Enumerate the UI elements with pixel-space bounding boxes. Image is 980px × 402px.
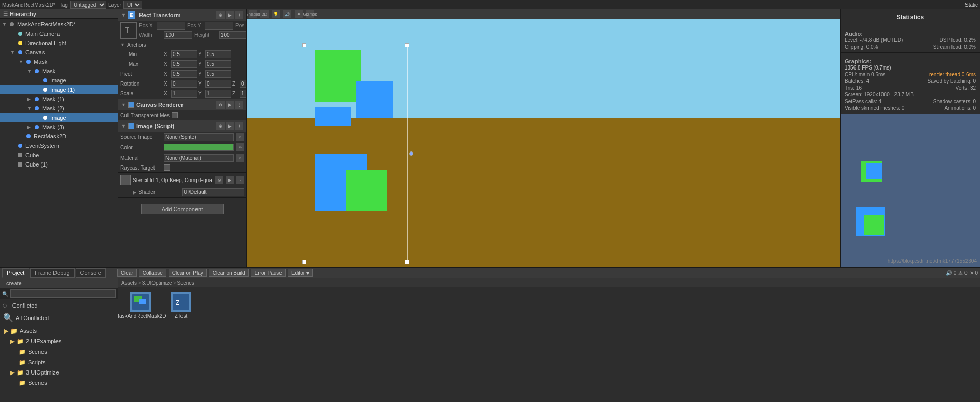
material-input[interactable]	[164, 154, 234, 162]
scenes-1-item[interactable]: 📁 Scenes	[0, 346, 118, 357]
layer-dropdown[interactable]: UI	[123, 1, 142, 9]
rot-x-input[interactable]	[171, 80, 197, 88]
asset-ztest[interactable]: Z ZTest	[163, 292, 199, 319]
handle-br[interactable]	[405, 260, 409, 264]
rot-y-input[interactable]	[205, 80, 231, 88]
ui-optimize-item[interactable]: ▶ 📁 3.UIOptimize	[0, 367, 118, 378]
width-input[interactable]	[164, 31, 192, 39]
canvas-renderer-icons: ⊙ ▶ ⋮	[216, 101, 243, 109]
create-label: create	[3, 280, 24, 287]
tree-item-mask-3[interactable]: ▶ Mask (3)	[0, 122, 118, 132]
image-script-checkbox[interactable]	[128, 123, 134, 129]
rt-icon1[interactable]: ⊙	[216, 11, 225, 19]
stencil-icon2[interactable]: ▶	[226, 176, 234, 184]
icon-event-system	[17, 142, 24, 149]
scale-y-input[interactable]	[205, 90, 231, 98]
is-icon2[interactable]: ▶	[226, 122, 234, 130]
handle-center[interactable]	[409, 151, 413, 156]
tree-item-main-camera[interactable]: Main Camera	[0, 29, 118, 38]
all-conflicted-row[interactable]: 🔍 All Conflicted	[0, 312, 118, 324]
tree-item-rectmask2d[interactable]: RectMask2D	[0, 132, 118, 141]
scale-z-input[interactable]	[240, 90, 247, 98]
canvas-renderer-checkbox[interactable]	[128, 102, 134, 108]
label-image-inner: Image	[50, 115, 66, 121]
tab-console[interactable]: Console	[76, 268, 106, 278]
tree-item-image[interactable]: Image	[0, 76, 118, 85]
cr-icon3[interactable]: ⋮	[235, 101, 243, 109]
source-image-input[interactable]	[164, 133, 234, 141]
color-picker[interactable]: ✏	[236, 143, 244, 151]
search-input[interactable]	[10, 289, 116, 298]
tree-item-mask-inner[interactable]: ▼ Mask	[0, 66, 118, 76]
rt-icon3[interactable]: ⋮	[235, 11, 243, 19]
breadcrumb-sep2: >	[173, 280, 176, 286]
raycast-checkbox[interactable]	[164, 164, 170, 171]
scene-2d-btn[interactable]: 2D	[260, 10, 269, 18]
tree-item-mask-1[interactable]: ▶ Mask (1)	[0, 94, 118, 104]
clear-on-play-button[interactable]: Clear on Play	[169, 269, 207, 277]
handle-tr[interactable]	[405, 43, 409, 47]
tab-frame-debug[interactable]: Frame Debug	[30, 268, 74, 278]
image-script-header[interactable]: ▼ Image (Script) ⊙ ▶ ⋮	[118, 120, 246, 132]
tree-item-event-system[interactable]: EventSystem	[0, 141, 118, 150]
collapse-button[interactable]: Collapse	[139, 269, 166, 277]
rect-transform-header[interactable]: ▼ ⊞ Rect Transform ⊙ ▶ ⋮	[118, 9, 246, 21]
rot-z-input[interactable]	[240, 80, 247, 88]
cr-icon1[interactable]: ⊙	[216, 101, 225, 109]
max-x-input[interactable]	[171, 60, 197, 68]
scenes-2-item[interactable]: 📁 Scenes	[0, 378, 118, 388]
max-y-input[interactable]	[205, 60, 231, 68]
shader-input[interactable]	[182, 188, 244, 196]
tag-dropdown[interactable]: Untagged	[70, 1, 106, 9]
cull-checkbox[interactable]	[172, 112, 178, 118]
scale-x-input[interactable]	[171, 90, 197, 98]
asset-mask-rect[interactable]: MaskAndRectMask2D	[122, 292, 159, 319]
scene-toolbar: Shaded 2D 💡 🔊 ✦ Gizmos	[247, 9, 840, 19]
height-input[interactable]	[219, 31, 247, 39]
cull-label: Cull Transparent Mes	[120, 113, 170, 118]
scene-light-btn[interactable]: 💡	[272, 10, 280, 18]
scene-audio-btn[interactable]: 🔊	[283, 10, 291, 18]
tree-item-image-inner[interactable]: Image	[0, 113, 118, 122]
tree-item-mask[interactable]: ▼ Mask	[0, 57, 118, 66]
editor-button[interactable]: Editor ▾	[288, 269, 313, 277]
ui-examples-item[interactable]: ▶ 📁 2.UIExamples	[0, 336, 118, 346]
pivot-row: Pivot X Y	[118, 69, 246, 79]
tree-item-mask-2[interactable]: ▼ Mask (2)	[0, 104, 118, 113]
clear-button[interactable]: Clear	[117, 269, 137, 277]
tree-item-mask-root[interactable]: ▼ MaskAndRectMask2D*	[0, 20, 118, 29]
rt-icon2[interactable]: ▶	[226, 11, 234, 19]
stencil-icon3[interactable]: ⋮	[236, 176, 244, 184]
source-image-picker[interactable]: ○	[236, 133, 244, 141]
is-icon1[interactable]: ⊙	[216, 122, 225, 130]
is-icon3[interactable]: ⋮	[235, 122, 243, 130]
canvas-renderer-header[interactable]: ▼ Canvas Renderer ⊙ ▶ ⋮	[118, 99, 246, 110]
pos-x-input[interactable]	[157, 22, 185, 30]
material-picker[interactable]: ○	[236, 154, 244, 162]
scripts-item[interactable]: 📁 Scripts	[0, 357, 118, 367]
tree-item-cube[interactable]: Cube	[0, 150, 118, 160]
tree-item-cube-1[interactable]: Cube (1)	[0, 160, 118, 169]
error-pause-button[interactable]: Error Pause	[251, 269, 286, 277]
add-component-button[interactable]: Add Component	[141, 204, 224, 214]
scene-fx-btn[interactable]: ✦	[295, 10, 303, 18]
scene-gizmos-btn[interactable]: Gizmos	[306, 10, 314, 18]
tree-item-canvas[interactable]: ▼ Canvas	[0, 48, 118, 57]
cr-icon2[interactable]: ▶	[226, 101, 234, 109]
min-y-input[interactable]	[205, 50, 231, 58]
assets-root-item[interactable]: ▶ 📁 Assets	[0, 326, 118, 336]
clear-on-build-button[interactable]: Clear on Build	[209, 269, 249, 277]
handle-bl[interactable]	[302, 260, 306, 264]
min-x-input[interactable]	[171, 50, 197, 58]
scale-z-label: Z	[232, 91, 239, 96]
tab-project[interactable]: Project	[2, 268, 29, 278]
tree-item-image-1[interactable]: Image (1)	[0, 85, 118, 94]
pivot-x-input[interactable]	[171, 70, 197, 78]
stencil-icon1[interactable]: ⊙	[215, 176, 223, 184]
scene-shaded-btn[interactable]: Shaded	[249, 10, 257, 18]
pivot-y-input[interactable]	[205, 70, 231, 78]
tree-item-dir-light[interactable]: Directional Light	[0, 38, 118, 48]
pos-y-input[interactable]	[205, 22, 233, 30]
color-swatch[interactable]	[164, 144, 234, 151]
handle-tl[interactable]	[302, 43, 306, 47]
